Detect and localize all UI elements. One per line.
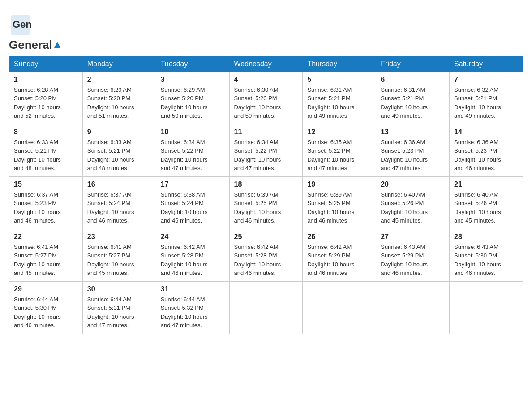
day-info: Sunrise: 6:42 AMSunset: 5:28 PMDaylight:… bbox=[161, 243, 225, 278]
header-saturday: Saturday bbox=[450, 56, 523, 72]
day-info: Sunrise: 6:29 AMSunset: 5:20 PMDaylight:… bbox=[161, 86, 225, 120]
header-monday: Monday bbox=[82, 56, 156, 72]
calendar-day-cell: 28 Sunrise: 6:43 AMSunset: 5:30 PMDaylig… bbox=[450, 229, 523, 281]
day-number: 2 bbox=[87, 76, 151, 84]
calendar-header-row: Sunday Monday Tuesday Wednesday Thursday… bbox=[9, 56, 523, 72]
calendar-day-cell: 24 Sunrise: 6:42 AMSunset: 5:28 PMDaylig… bbox=[156, 229, 229, 281]
calendar-day-cell bbox=[229, 281, 303, 334]
day-info: Sunrise: 6:43 AMSunset: 5:30 PMDaylight:… bbox=[454, 243, 518, 278]
calendar-day-cell: 6 Sunrise: 6:31 AMSunset: 5:21 PMDayligh… bbox=[376, 72, 450, 124]
calendar-day-cell: 16 Sunrise: 6:37 AMSunset: 5:24 PMDaylig… bbox=[82, 176, 156, 229]
calendar-day-cell: 9 Sunrise: 6:33 AMSunset: 5:21 PMDayligh… bbox=[82, 124, 156, 176]
calendar-day-cell: 2 Sunrise: 6:29 AMSunset: 5:20 PMDayligh… bbox=[82, 72, 156, 124]
logo-arrow-icon bbox=[53, 41, 61, 49]
day-number: 19 bbox=[307, 180, 371, 188]
day-number: 27 bbox=[381, 233, 445, 241]
day-number: 16 bbox=[87, 180, 151, 188]
day-number: 8 bbox=[14, 128, 78, 136]
day-info: Sunrise: 6:30 AMSunset: 5:20 PMDaylight:… bbox=[234, 86, 298, 120]
logo-icon: General bbox=[9, 13, 32, 37]
calendar-day-cell: 3 Sunrise: 6:29 AMSunset: 5:20 PMDayligh… bbox=[156, 72, 229, 124]
calendar-day-cell: 23 Sunrise: 6:41 AMSunset: 5:27 PMDaylig… bbox=[82, 229, 156, 281]
calendar-day-cell: 17 Sunrise: 6:38 AMSunset: 5:24 PMDaylig… bbox=[156, 176, 229, 229]
day-info: Sunrise: 6:32 AMSunset: 5:21 PMDaylight:… bbox=[454, 86, 518, 120]
calendar-day-cell: 29 Sunrise: 6:44 AMSunset: 5:30 PMDaylig… bbox=[9, 281, 83, 334]
day-number: 23 bbox=[87, 233, 151, 241]
day-number: 29 bbox=[14, 285, 78, 293]
header-sunday: Sunday bbox=[9, 56, 83, 72]
day-number: 12 bbox=[307, 128, 371, 136]
calendar-day-cell: 20 Sunrise: 6:40 AMSunset: 5:26 PMDaylig… bbox=[376, 176, 450, 229]
day-info: Sunrise: 6:41 AMSunset: 5:27 PMDaylight:… bbox=[87, 243, 151, 278]
calendar-day-cell: 12 Sunrise: 6:35 AMSunset: 5:22 PMDaylig… bbox=[303, 124, 376, 176]
day-number: 22 bbox=[14, 233, 78, 241]
day-info: Sunrise: 6:31 AMSunset: 5:21 PMDaylight:… bbox=[381, 86, 445, 120]
calendar-day-cell: 18 Sunrise: 6:39 AMSunset: 5:25 PMDaylig… bbox=[229, 176, 303, 229]
day-number: 14 bbox=[454, 128, 518, 136]
header-friday: Friday bbox=[376, 56, 450, 72]
day-number: 3 bbox=[161, 76, 225, 84]
calendar-day-cell: 15 Sunrise: 6:37 AMSunset: 5:23 PMDaylig… bbox=[9, 176, 83, 229]
day-info: Sunrise: 6:37 AMSunset: 5:23 PMDaylight:… bbox=[14, 190, 78, 225]
day-info: Sunrise: 6:37 AMSunset: 5:24 PMDaylight:… bbox=[87, 190, 151, 225]
day-info: Sunrise: 6:43 AMSunset: 5:29 PMDaylight:… bbox=[381, 243, 445, 278]
day-info: Sunrise: 6:39 AMSunset: 5:25 PMDaylight:… bbox=[234, 190, 298, 225]
day-info: Sunrise: 6:33 AMSunset: 5:21 PMDaylight:… bbox=[14, 138, 78, 173]
day-number: 13 bbox=[381, 128, 445, 136]
calendar-day-cell: 1 Sunrise: 6:28 AMSunset: 5:20 PMDayligh… bbox=[9, 72, 83, 124]
svg-text:General: General bbox=[13, 19, 32, 30]
logo-general-text: General bbox=[9, 39, 61, 51]
calendar-week-row: 22 Sunrise: 6:41 AMSunset: 5:27 PMDaylig… bbox=[9, 229, 523, 281]
day-number: 28 bbox=[454, 233, 518, 241]
day-info: Sunrise: 6:29 AMSunset: 5:20 PMDaylight:… bbox=[87, 86, 151, 120]
day-number: 31 bbox=[161, 285, 225, 293]
calendar-day-cell: 21 Sunrise: 6:40 AMSunset: 5:26 PMDaylig… bbox=[450, 176, 523, 229]
day-number: 10 bbox=[161, 128, 225, 136]
calendar-week-row: 15 Sunrise: 6:37 AMSunset: 5:23 PMDaylig… bbox=[9, 176, 523, 229]
day-number: 15 bbox=[14, 180, 78, 188]
calendar-table: Sunday Monday Tuesday Wednesday Thursday… bbox=[9, 56, 523, 334]
day-info: Sunrise: 6:36 AMSunset: 5:23 PMDaylight:… bbox=[454, 138, 518, 173]
header-thursday: Thursday bbox=[303, 56, 376, 72]
day-info: Sunrise: 6:42 AMSunset: 5:28 PMDaylight:… bbox=[234, 243, 298, 278]
day-number: 17 bbox=[161, 180, 225, 188]
calendar-day-cell: 19 Sunrise: 6:39 AMSunset: 5:25 PMDaylig… bbox=[303, 176, 376, 229]
day-number: 21 bbox=[454, 180, 518, 188]
day-info: Sunrise: 6:40 AMSunset: 5:26 PMDaylight:… bbox=[381, 190, 445, 225]
calendar-day-cell: 14 Sunrise: 6:36 AMSunset: 5:23 PMDaylig… bbox=[450, 124, 523, 176]
page-header: General General bbox=[9, 9, 523, 51]
day-info: Sunrise: 6:36 AMSunset: 5:23 PMDaylight:… bbox=[381, 138, 445, 173]
calendar-day-cell: 25 Sunrise: 6:42 AMSunset: 5:28 PMDaylig… bbox=[229, 229, 303, 281]
day-info: Sunrise: 6:42 AMSunset: 5:29 PMDaylight:… bbox=[307, 243, 371, 278]
header-tuesday: Tuesday bbox=[156, 56, 229, 72]
calendar-day-cell bbox=[376, 281, 450, 334]
calendar-day-cell: 4 Sunrise: 6:30 AMSunset: 5:20 PMDayligh… bbox=[229, 72, 303, 124]
day-number: 24 bbox=[161, 233, 225, 241]
day-info: Sunrise: 6:35 AMSunset: 5:22 PMDaylight:… bbox=[307, 138, 371, 173]
day-number: 1 bbox=[14, 76, 78, 84]
calendar-week-row: 29 Sunrise: 6:44 AMSunset: 5:30 PMDaylig… bbox=[9, 281, 523, 334]
calendar-day-cell: 10 Sunrise: 6:34 AMSunset: 5:22 PMDaylig… bbox=[156, 124, 229, 176]
day-info: Sunrise: 6:44 AMSunset: 5:31 PMDaylight:… bbox=[87, 295, 151, 330]
calendar-day-cell: 8 Sunrise: 6:33 AMSunset: 5:21 PMDayligh… bbox=[9, 124, 83, 176]
calendar-week-row: 1 Sunrise: 6:28 AMSunset: 5:20 PMDayligh… bbox=[9, 72, 523, 124]
calendar-day-cell: 30 Sunrise: 6:44 AMSunset: 5:31 PMDaylig… bbox=[82, 281, 156, 334]
day-info: Sunrise: 6:40 AMSunset: 5:26 PMDaylight:… bbox=[454, 190, 518, 225]
day-number: 6 bbox=[381, 76, 445, 84]
calendar-day-cell: 31 Sunrise: 6:44 AMSunset: 5:32 PMDaylig… bbox=[156, 281, 229, 334]
calendar-day-cell: 27 Sunrise: 6:43 AMSunset: 5:29 PMDaylig… bbox=[376, 229, 450, 281]
calendar-day-cell: 26 Sunrise: 6:42 AMSunset: 5:29 PMDaylig… bbox=[303, 229, 376, 281]
day-info: Sunrise: 6:33 AMSunset: 5:21 PMDaylight:… bbox=[87, 138, 151, 173]
day-info: Sunrise: 6:41 AMSunset: 5:27 PMDaylight:… bbox=[14, 243, 78, 278]
day-number: 20 bbox=[381, 180, 445, 188]
day-info: Sunrise: 6:44 AMSunset: 5:32 PMDaylight:… bbox=[161, 295, 225, 330]
day-number: 9 bbox=[87, 128, 151, 136]
day-info: Sunrise: 6:39 AMSunset: 5:25 PMDaylight:… bbox=[307, 190, 371, 225]
calendar-day-cell bbox=[303, 281, 376, 334]
day-number: 26 bbox=[307, 233, 371, 241]
day-number: 7 bbox=[454, 76, 518, 84]
day-info: Sunrise: 6:28 AMSunset: 5:20 PMDaylight:… bbox=[14, 86, 78, 120]
day-info: Sunrise: 6:34 AMSunset: 5:22 PMDaylight:… bbox=[234, 138, 298, 173]
calendar-day-cell: 22 Sunrise: 6:41 AMSunset: 5:27 PMDaylig… bbox=[9, 229, 83, 281]
calendar-day-cell bbox=[450, 281, 523, 334]
